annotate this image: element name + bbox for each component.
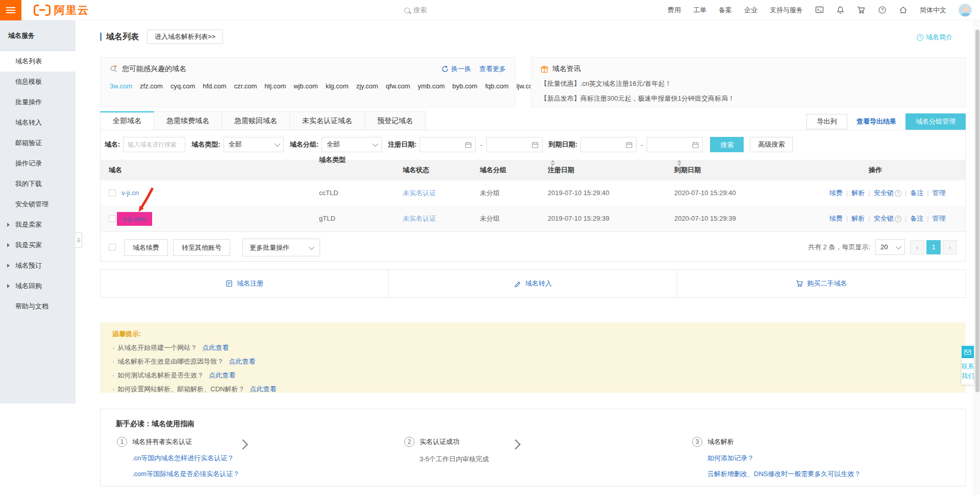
page-size-select[interactable]: 20 xyxy=(875,239,905,255)
guide-link[interactable]: .cn等国内域名怎样进行实名认证？ xyxy=(132,454,239,463)
question-circle-icon[interactable] xyxy=(319,157,326,163)
reg-date-end-input[interactable] xyxy=(486,137,543,152)
domain-type-select[interactable]: 全部 xyxy=(224,137,284,152)
op-renew-link[interactable]: 续费 xyxy=(829,189,843,197)
suggested-domain[interactable]: zfz.com xyxy=(140,82,163,90)
suggested-domain[interactable]: ymb.com xyxy=(418,82,445,90)
op-renew-link[interactable]: 续费 xyxy=(829,215,843,222)
sidebar-item-email-verify[interactable]: 邮箱验证 xyxy=(0,133,76,153)
exp-date-end-input[interactable] xyxy=(647,137,703,152)
domain-intro-link[interactable]: 域名简介 xyxy=(917,33,952,42)
guide-link[interactable]: 如何添加记录？ xyxy=(707,454,861,463)
console-icon[interactable] xyxy=(815,6,824,14)
tip-view-link[interactable]: 点此查看 xyxy=(229,358,255,365)
row-checkbox[interactable] xyxy=(109,215,116,222)
sidebar-item-security-lock[interactable]: 安全锁管理 xyxy=(0,194,76,215)
highlight-annotation[interactable]: v-ji.com xyxy=(117,212,152,226)
domain-register-shortcut[interactable]: 域名注册 xyxy=(101,270,388,297)
tip-view-link[interactable]: 点此查看 xyxy=(202,344,229,351)
suggested-domain[interactable]: hfd.com xyxy=(203,82,226,90)
domain-search-input[interactable] xyxy=(123,137,185,152)
op-security-lock-link[interactable]: 安全锁 xyxy=(874,189,894,197)
sidebar-item-transfer-in[interactable]: 域名转入 xyxy=(0,112,76,133)
cell-status-link[interactable]: 未实名认证 xyxy=(403,180,436,206)
bell-icon[interactable] xyxy=(836,6,845,14)
mail-icon[interactable] xyxy=(962,346,974,358)
sidebar-item-buyback[interactable]: 域名回购 xyxy=(0,276,76,296)
guide-link[interactable]: 云解析增删改、DNS修改时一般需要多久可以生效？ xyxy=(707,469,861,479)
suggested-domain[interactable]: byb.com xyxy=(452,82,477,90)
sidebar-item-seller[interactable]: 我是卖家 xyxy=(0,215,76,235)
op-manage-link[interactable]: 管理 xyxy=(933,215,946,222)
nav-item-support[interactable]: 支持与服务 xyxy=(770,6,803,15)
nav-item-icp[interactable]: 备案 xyxy=(719,6,732,15)
domain-link-highlighted[interactable]: v-ji.com xyxy=(121,206,152,231)
suggested-domain[interactable]: htj.com xyxy=(264,82,286,90)
op-remark-link[interactable]: 备注 xyxy=(910,189,923,197)
global-search[interactable]: 搜索 xyxy=(404,0,427,20)
suggested-domain[interactable]: zjy.com xyxy=(356,82,378,90)
guide-link[interactable]: .com等国际域名是否必须实名认证？ xyxy=(132,469,239,479)
sidebar-item-info-template[interactable]: 信息模板 xyxy=(0,72,76,92)
scrollbar-track[interactable] xyxy=(974,20,980,495)
sort-icon[interactable] xyxy=(677,160,681,166)
domain-transfer-in-shortcut[interactable]: 域名转入 xyxy=(388,270,677,297)
op-manage-link[interactable]: 管理 xyxy=(933,189,946,197)
select-all-checkbox[interactable] xyxy=(109,244,116,251)
sidebar-item-domain-list[interactable]: 域名列表 xyxy=(0,51,76,72)
suggested-domain[interactable]: wjb.com xyxy=(293,82,318,90)
suggested-domain[interactable]: cyq.com xyxy=(170,82,195,90)
batch-renew-button[interactable]: 域名续费 xyxy=(124,239,168,256)
nav-item-ticket[interactable]: 工单 xyxy=(693,6,706,15)
batch-transfer-account-button[interactable]: 转至其他账号 xyxy=(173,239,230,256)
home-icon[interactable] xyxy=(899,6,908,14)
tab-redeem-soon[interactable]: 急需赎回域名 xyxy=(222,111,290,130)
row-checkbox[interactable] xyxy=(109,190,116,197)
sidebar-collapse-handle[interactable] xyxy=(76,232,82,248)
avatar[interactable] xyxy=(959,4,972,17)
search-button[interactable]: 搜索 xyxy=(710,137,744,152)
tip-view-link[interactable]: 点此查看 xyxy=(250,385,277,393)
sidebar-item-pre-order[interactable]: 域名预订 xyxy=(0,255,76,276)
question-circle-icon[interactable] xyxy=(895,216,901,222)
op-resolve-link[interactable]: 解析 xyxy=(851,215,865,222)
tab-unverified[interactable]: 未实名认证域名 xyxy=(290,111,365,130)
sidebar-item-downloads[interactable]: 我的下载 xyxy=(0,174,76,194)
language-switcher[interactable]: 简体中文 xyxy=(920,6,946,15)
page-number-button[interactable]: 1 xyxy=(926,240,941,254)
sidebar-item-help-docs[interactable]: 帮助与文档 xyxy=(0,296,76,317)
next-page-button[interactable]: › xyxy=(943,240,957,254)
sidebar-item-op-log[interactable]: 操作记录 xyxy=(0,153,76,174)
question-circle-icon[interactable] xyxy=(895,190,901,197)
news-item[interactable]: 【新品发布】商标注册300元起，极速申报最快1分钟提交商标局！ xyxy=(541,94,956,103)
suggested-domain[interactable]: klg.com xyxy=(326,82,349,90)
tab-preregistered[interactable]: 预登记域名 xyxy=(365,111,426,130)
exp-date-start-input[interactable] xyxy=(580,137,636,152)
news-item[interactable]: 【批量优惠】.cn英文域名注册16元/首年起！ xyxy=(541,79,956,88)
view-more-domains-link[interactable]: 查看更多 xyxy=(479,64,506,74)
suggested-domain[interactable]: 3w.com xyxy=(110,82,132,90)
suggested-domain[interactable]: fqb.com xyxy=(485,82,508,90)
suggested-domain[interactable]: qfw.com xyxy=(386,82,410,90)
advanced-search-button[interactable]: 高级搜索 xyxy=(750,137,793,152)
tab-renew-soon[interactable]: 急需续费域名 xyxy=(154,111,222,130)
tab-all-domains[interactable]: 全部域名 xyxy=(100,111,154,130)
help-icon[interactable] xyxy=(878,6,887,14)
contact-us-widget[interactable]: 联系我们 xyxy=(962,346,974,385)
more-batch-ops-select[interactable]: 更多批量操作 xyxy=(242,239,320,256)
contact-us-label[interactable]: 联系我们 xyxy=(962,358,974,385)
cart-icon[interactable] xyxy=(857,6,866,14)
refresh-domains-button[interactable]: 换一换 xyxy=(442,64,471,74)
hamburger-menu-button[interactable] xyxy=(0,0,21,20)
reg-date-start-input[interactable] xyxy=(420,137,476,152)
sidebar-item-batch-ops[interactable]: 批量操作 xyxy=(0,92,76,112)
nav-item-enterprise[interactable]: 企业 xyxy=(744,6,757,15)
view-export-result-link[interactable]: 查看导出结果 xyxy=(856,117,896,126)
domain-link[interactable]: v-ji.cn xyxy=(121,180,139,206)
buy-secondhand-domain-shortcut[interactable]: 购买二手域名 xyxy=(677,270,965,297)
goto-dns-list-button[interactable]: 进入域名解析列表>> xyxy=(147,30,223,44)
nav-item-billing[interactable]: 费用 xyxy=(668,6,681,15)
op-resolve-link[interactable]: 解析 xyxy=(851,189,865,197)
cell-status-link[interactable]: 未实名认证 xyxy=(403,206,436,231)
sidebar-item-buyer[interactable]: 我是买家 xyxy=(0,235,76,255)
